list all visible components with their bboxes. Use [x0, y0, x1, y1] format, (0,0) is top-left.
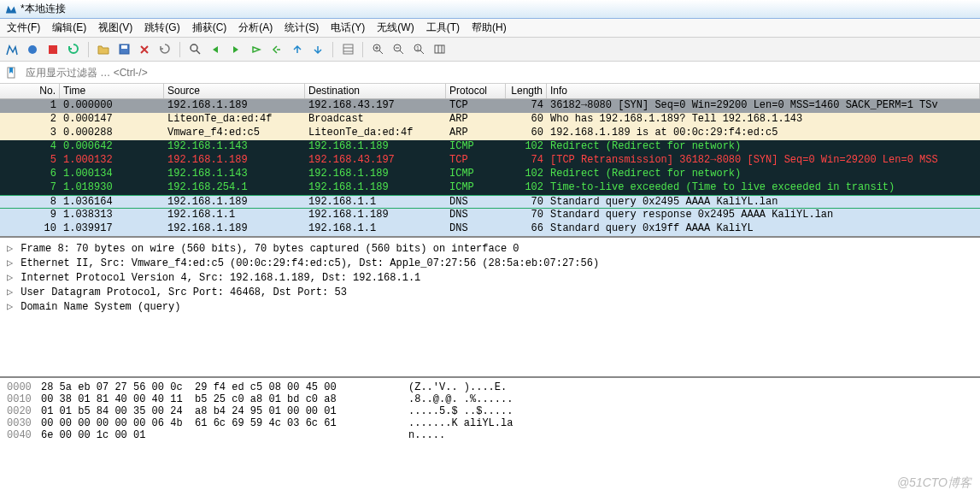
svg-rect-1 [49, 45, 57, 54]
packet-row[interactable]: 10.000000192.168.1.189192.168.43.197TCP7… [0, 99, 980, 113]
hex-row[interactable]: 00406e 00 00 1c 00 01n..... [2, 429, 978, 441]
detail-tree-item[interactable]: ▷ Domain Name System (query) [2, 299, 978, 314]
detail-tree-item[interactable]: ▷ User Datagram Protocol, Src Port: 4646… [2, 285, 978, 299]
title-bar: *本地连接 [0, 0, 980, 19]
packet-row[interactable]: 91.038313192.168.1.1192.168.1.189DNS70St… [0, 209, 980, 222]
zoom-out-button[interactable] [390, 41, 407, 58]
menu-capture[interactable]: 捕获(C) [191, 20, 229, 36]
svg-rect-3 [121, 45, 127, 49]
col-info[interactable]: Info [547, 84, 980, 98]
packet-row[interactable]: 81.036164192.168.1.189192.168.1.1DNS70St… [0, 195, 980, 209]
menu-statistics[interactable]: 统计(S) [283, 20, 320, 36]
go-last-button[interactable] [289, 41, 306, 58]
detail-tree-item[interactable]: ▷ Internet Protocol Version 4, Src: 192.… [2, 270, 978, 285]
capture-options-button[interactable] [65, 41, 82, 58]
hex-row[interactable]: 003000 00 00 00 00 00 06 4b 61 6c 69 59 … [2, 417, 978, 429]
expand-icon[interactable]: ▷ [7, 242, 15, 255]
menu-go[interactable]: 跳转(G) [143, 20, 181, 36]
display-filter-input[interactable] [22, 64, 980, 81]
packet-list-header[interactable]: No. Time Source Destination Protocol Len… [0, 84, 980, 99]
detail-tree-item[interactable]: ▷ Frame 8: 70 bytes on wire (560 bits), … [2, 241, 978, 256]
packet-row[interactable]: 51.000132192.168.1.189192.168.43.197TCP7… [0, 154, 980, 168]
menu-telephony[interactable]: 电话(Y) [329, 20, 367, 36]
zoom-in-button[interactable] [369, 41, 386, 58]
svg-line-10 [379, 50, 383, 54]
save-file-button[interactable] [115, 41, 132, 58]
go-to-packet-button[interactable] [248, 41, 265, 58]
zoom-reset-button[interactable]: 1 [410, 41, 427, 58]
svg-point-0 [28, 45, 37, 54]
col-no[interactable]: No. [0, 84, 60, 98]
main-toolbar: 1 [0, 38, 980, 62]
open-file-button[interactable] [95, 41, 112, 58]
wireshark-icon [5, 3, 17, 15]
col-protocol[interactable]: Protocol [446, 84, 506, 98]
expand-icon[interactable]: ▷ [7, 271, 15, 284]
detail-tree-item[interactable]: ▷ Ethernet II, Src: Vmware_f4:ed:c5 (00:… [2, 256, 978, 270]
stop-capture-button[interactable] [24, 41, 41, 58]
toolbar-separator [88, 42, 89, 57]
col-source[interactable]: Source [164, 84, 305, 98]
go-forward-button[interactable] [227, 41, 244, 58]
col-length[interactable]: Length [506, 84, 547, 98]
menu-edit[interactable]: 编辑(E) [50, 20, 88, 36]
packet-row[interactable]: 101.039917192.168.1.189192.168.1.1DNS66S… [0, 222, 980, 236]
close-file-button[interactable] [136, 41, 153, 58]
go-first-button[interactable] [268, 41, 285, 58]
resize-columns-button[interactable] [431, 41, 448, 58]
menu-file[interactable]: 文件(F) [5, 20, 42, 36]
packet-list-pane: No. Time Source Destination Protocol Len… [0, 84, 980, 238]
display-filter-bar [0, 62, 980, 84]
svg-rect-6 [343, 44, 353, 54]
start-capture-button[interactable] [3, 41, 21, 58]
toolbar-separator [179, 42, 180, 57]
svg-point-4 [191, 44, 197, 51]
menu-help[interactable]: 帮助(H) [470, 20, 508, 36]
hex-row[interactable]: 001000 38 01 81 40 00 40 11 b5 25 c0 a8 … [2, 393, 978, 405]
packet-row[interactable]: 30.000288Vmware_f4:ed:c5LiteonTe_da:ed:4… [0, 127, 980, 140]
expand-icon[interactable]: ▷ [7, 286, 15, 298]
go-back-button[interactable] [207, 41, 224, 58]
colorize-button[interactable] [339, 41, 356, 58]
packet-row[interactable]: 40.000642192.168.1.143192.168.1.189ICMP1… [0, 140, 980, 154]
reload-button[interactable] [156, 41, 173, 58]
bookmark-filter-icon[interactable] [3, 64, 20, 81]
toolbar-separator [332, 42, 333, 57]
expand-icon[interactable]: ▷ [7, 300, 15, 313]
packet-row[interactable]: 61.000134192.168.1.143192.168.1.189ICMP1… [0, 168, 980, 181]
svg-line-5 [197, 50, 200, 54]
svg-rect-19 [435, 45, 444, 53]
packet-row[interactable]: 20.000147LiteonTe_da:ed:4fBroadcastARP60… [0, 113, 980, 127]
hex-row[interactable]: 000028 5a eb 07 27 56 00 0c 29 f4 ed c5 … [2, 381, 978, 393]
packet-details-pane[interactable]: ▷ Frame 8: 70 bytes on wire (560 bits), … [0, 238, 980, 378]
menu-bar: 文件(F) 编辑(E) 视图(V) 跳转(G) 捕获(C) 分析(A) 统计(S… [0, 19, 980, 38]
menu-analyze[interactable]: 分析(A) [237, 20, 274, 36]
auto-scroll-button[interactable] [309, 41, 326, 58]
svg-line-17 [420, 50, 424, 54]
window-title: *本地连接 [21, 2, 66, 16]
find-button[interactable] [186, 41, 203, 58]
col-time[interactable]: Time [60, 84, 164, 98]
packet-bytes-pane[interactable]: 000028 5a eb 07 27 56 00 0c 29 f4 ed c5 … [0, 378, 980, 445]
hex-row[interactable]: 002001 01 b5 84 00 35 00 24 a8 b4 24 95 … [2, 405, 978, 417]
svg-line-14 [400, 50, 403, 54]
menu-view[interactable]: 视图(V) [97, 20, 134, 36]
menu-wireless[interactable]: 无线(W) [375, 20, 415, 36]
col-destination[interactable]: Destination [305, 84, 446, 98]
menu-tools[interactable]: 工具(T) [425, 20, 461, 36]
expand-icon[interactable]: ▷ [7, 257, 15, 269]
svg-text:1: 1 [416, 45, 420, 51]
packet-row[interactable]: 71.018930192.168.254.1192.168.1.189ICMP1… [0, 181, 980, 195]
restart-capture-button[interactable] [44, 41, 62, 58]
toolbar-separator [362, 42, 363, 57]
